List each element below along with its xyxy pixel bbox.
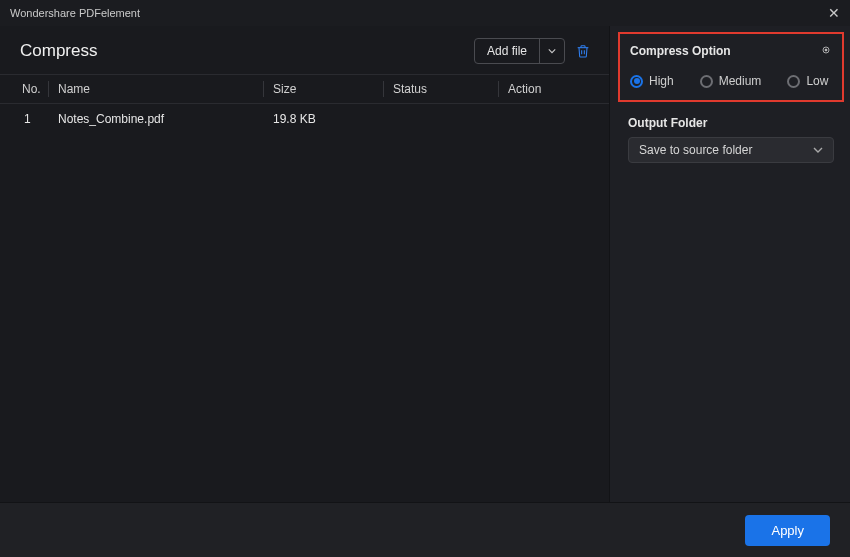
footer: Apply — [0, 502, 850, 557]
col-name: Name — [48, 75, 263, 103]
cell-no: 1 — [0, 104, 48, 134]
compress-option-title: Compress Option — [630, 44, 731, 58]
output-folder-section: Output Folder Save to source folder — [610, 108, 850, 163]
cell-status — [383, 104, 498, 134]
apply-button[interactable]: Apply — [745, 515, 830, 546]
left-panel: Compress Add file No. Name Size Sta — [0, 26, 609, 502]
svg-point-1 — [825, 49, 827, 51]
close-icon[interactable]: ✕ — [828, 5, 840, 21]
table-header: No. Name Size Status Action — [0, 74, 609, 104]
gear-icon[interactable] — [820, 42, 832, 60]
radio-low[interactable]: Low — [787, 74, 828, 88]
add-file-group: Add file — [474, 38, 565, 64]
right-panel: Compress Option High Medium Low — [609, 26, 850, 502]
col-status: Status — [383, 75, 498, 103]
cell-size: 19.8 KB — [263, 104, 383, 134]
trash-icon[interactable] — [575, 43, 591, 59]
radio-medium-label: Medium — [719, 74, 762, 88]
radio-medium[interactable]: Medium — [700, 74, 762, 88]
radio-circle-icon — [787, 75, 800, 88]
cell-name: Notes_Combine.pdf — [48, 104, 263, 134]
table-body: 1 Notes_Combine.pdf 19.8 KB — [0, 104, 609, 134]
col-action: Action — [498, 75, 609, 103]
output-folder-value: Save to source folder — [639, 143, 752, 157]
add-file-button[interactable]: Add file — [475, 39, 539, 63]
page-title: Compress — [20, 41, 97, 61]
add-file-dropdown[interactable] — [539, 39, 564, 63]
output-folder-select[interactable]: Save to source folder — [628, 137, 834, 163]
radio-high[interactable]: High — [630, 74, 674, 88]
chevron-down-icon — [548, 47, 556, 55]
radio-low-label: Low — [806, 74, 828, 88]
col-no: No. — [0, 75, 48, 103]
compress-option-box: Compress Option High Medium Low — [618, 32, 844, 102]
radio-circle-icon — [700, 75, 713, 88]
app-title: Wondershare PDFelement — [10, 7, 140, 19]
titlebar: Wondershare PDFelement ✕ — [0, 0, 850, 26]
radio-circle-icon — [630, 75, 643, 88]
chevron-down-icon — [813, 145, 823, 155]
output-folder-label: Output Folder — [628, 116, 834, 130]
cell-action — [498, 104, 609, 134]
table-row[interactable]: 1 Notes_Combine.pdf 19.8 KB — [0, 104, 609, 134]
col-size: Size — [263, 75, 383, 103]
radio-high-label: High — [649, 74, 674, 88]
